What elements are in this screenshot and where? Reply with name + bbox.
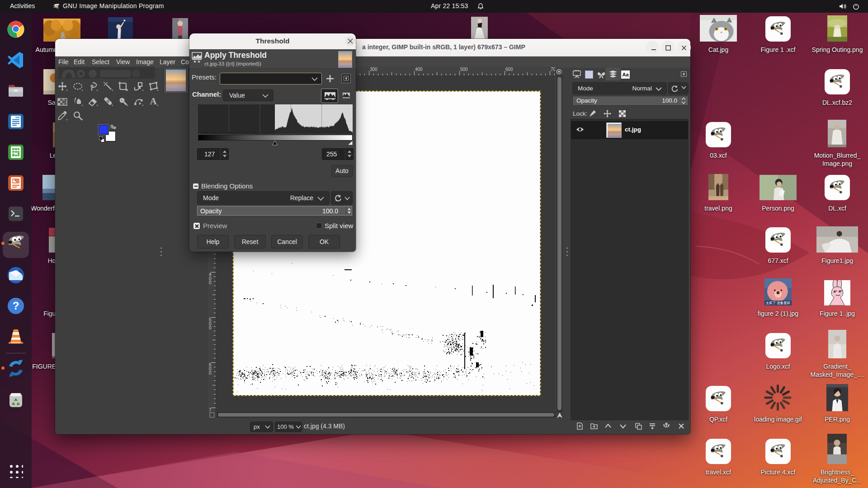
svg-text:600: 600 (505, 67, 513, 72)
svg-text:太坏了 准备更坏: 太坏了 准备更坏 (766, 301, 791, 305)
svg-text:300: 300 (370, 67, 377, 72)
svg-text:500: 500 (460, 67, 468, 72)
svg-text:0: 0 (209, 325, 212, 330)
svg-text:A: A (150, 96, 157, 107)
svg-text:0: 0 (209, 371, 212, 375)
svg-text:400: 400 (415, 67, 423, 72)
svg-text:700: 700 (551, 67, 555, 72)
svg-text:0: 0 (209, 280, 212, 285)
svg-text:?: ? (13, 300, 19, 312)
